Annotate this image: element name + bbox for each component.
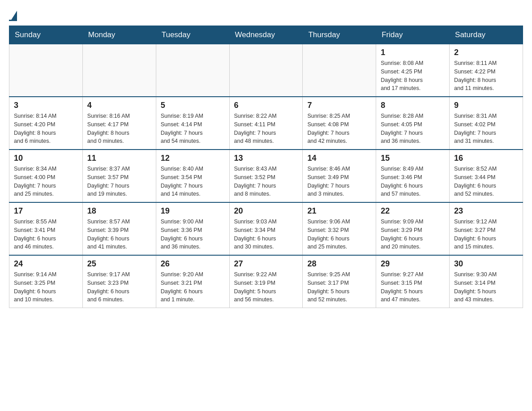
calendar-week-1: 1Sunrise: 8:08 AM Sunset: 4:25 PM Daylig…	[9, 44, 523, 97]
day-number: 17	[14, 206, 78, 216]
day-number: 1	[381, 48, 445, 57]
day-number: 10	[14, 154, 78, 163]
day-info: Sunrise: 8:40 AM Sunset: 3:54 PM Dayligh…	[161, 165, 225, 198]
calendar-cell: 4Sunrise: 8:16 AM Sunset: 4:17 PM Daylig…	[82, 97, 156, 150]
day-info: Sunrise: 8:11 AM Sunset: 4:22 PM Dayligh…	[454, 59, 518, 93]
day-info: Sunrise: 9:25 AM Sunset: 3:17 PM Dayligh…	[307, 270, 371, 304]
page-header	[9, 9, 523, 21]
day-number: 4	[87, 101, 151, 110]
calendar-cell: 5Sunrise: 8:19 AM Sunset: 4:14 PM Daylig…	[156, 97, 229, 150]
day-number: 14	[307, 154, 371, 163]
day-number: 23	[454, 206, 518, 216]
day-info: Sunrise: 8:28 AM Sunset: 4:05 PM Dayligh…	[381, 112, 445, 146]
day-info: Sunrise: 8:22 AM Sunset: 4:11 PM Dayligh…	[234, 112, 298, 146]
weekday-header-monday: Monday	[82, 26, 156, 44]
day-info: Sunrise: 8:46 AM Sunset: 3:49 PM Dayligh…	[307, 165, 371, 198]
calendar-cell	[156, 44, 229, 97]
day-number: 29	[381, 259, 445, 269]
calendar-cell: 16Sunrise: 8:52 AM Sunset: 3:44 PM Dayli…	[450, 150, 523, 202]
calendar-cell: 19Sunrise: 9:00 AM Sunset: 3:36 PM Dayli…	[156, 202, 229, 255]
calendar-cell	[229, 44, 303, 97]
calendar-cell: 17Sunrise: 8:55 AM Sunset: 3:41 PM Dayli…	[9, 202, 83, 255]
calendar-cell: 15Sunrise: 8:49 AM Sunset: 3:46 PM Dayli…	[376, 150, 450, 202]
calendar-cell: 30Sunrise: 9:30 AM Sunset: 3:14 PM Dayli…	[450, 255, 523, 308]
day-info: Sunrise: 9:17 AM Sunset: 3:23 PM Dayligh…	[87, 270, 151, 304]
day-info: Sunrise: 9:06 AM Sunset: 3:32 PM Dayligh…	[307, 218, 371, 251]
day-number: 18	[87, 206, 151, 216]
day-number: 13	[234, 154, 298, 163]
calendar-cell: 29Sunrise: 9:27 AM Sunset: 3:15 PM Dayli…	[376, 255, 450, 308]
calendar-cell: 27Sunrise: 9:22 AM Sunset: 3:19 PM Dayli…	[229, 255, 303, 308]
day-info: Sunrise: 9:20 AM Sunset: 3:21 PM Dayligh…	[161, 270, 225, 304]
day-number: 7	[307, 101, 371, 110]
day-number: 19	[161, 206, 225, 216]
day-number: 9	[454, 101, 518, 110]
day-number: 22	[381, 206, 445, 216]
day-number: 6	[234, 101, 298, 110]
logo	[9, 9, 17, 21]
calendar-cell: 11Sunrise: 8:37 AM Sunset: 3:57 PM Dayli…	[82, 150, 156, 202]
day-info: Sunrise: 8:37 AM Sunset: 3:57 PM Dayligh…	[87, 165, 151, 198]
day-info: Sunrise: 9:30 AM Sunset: 3:14 PM Dayligh…	[454, 270, 518, 304]
day-info: Sunrise: 9:22 AM Sunset: 3:19 PM Dayligh…	[234, 270, 298, 304]
calendar-cell: 20Sunrise: 9:03 AM Sunset: 3:34 PM Dayli…	[229, 202, 303, 255]
day-info: Sunrise: 8:43 AM Sunset: 3:52 PM Dayligh…	[234, 165, 298, 198]
day-number: 30	[454, 259, 518, 269]
day-number: 16	[454, 154, 518, 163]
calendar-cell: 3Sunrise: 8:14 AM Sunset: 4:20 PM Daylig…	[9, 97, 83, 150]
day-number: 12	[161, 154, 225, 163]
calendar-week-4: 17Sunrise: 8:55 AM Sunset: 3:41 PM Dayli…	[9, 202, 523, 255]
calendar-cell: 2Sunrise: 8:11 AM Sunset: 4:22 PM Daylig…	[450, 44, 523, 97]
day-info: Sunrise: 9:14 AM Sunset: 3:25 PM Dayligh…	[14, 270, 78, 304]
weekday-header-tuesday: Tuesday	[156, 26, 229, 44]
day-info: Sunrise: 8:16 AM Sunset: 4:17 PM Dayligh…	[87, 112, 151, 146]
day-info: Sunrise: 8:57 AM Sunset: 3:39 PM Dayligh…	[87, 218, 151, 251]
calendar-week-2: 3Sunrise: 8:14 AM Sunset: 4:20 PM Daylig…	[9, 97, 523, 150]
day-info: Sunrise: 8:55 AM Sunset: 3:41 PM Dayligh…	[14, 218, 78, 251]
calendar-cell: 25Sunrise: 9:17 AM Sunset: 3:23 PM Dayli…	[82, 255, 156, 308]
day-info: Sunrise: 8:19 AM Sunset: 4:14 PM Dayligh…	[161, 112, 225, 146]
calendar-cell: 18Sunrise: 8:57 AM Sunset: 3:39 PM Dayli…	[82, 202, 156, 255]
day-number: 5	[161, 101, 225, 110]
calendar-cell: 1Sunrise: 8:08 AM Sunset: 4:25 PM Daylig…	[376, 44, 450, 97]
calendar-cell: 10Sunrise: 8:34 AM Sunset: 4:00 PM Dayli…	[9, 150, 83, 202]
calendar-table: SundayMondayTuesdayWednesdayThursdayFrid…	[9, 26, 523, 308]
calendar-cell: 22Sunrise: 9:09 AM Sunset: 3:29 PM Dayli…	[376, 202, 450, 255]
day-number: 15	[381, 154, 445, 163]
day-info: Sunrise: 8:52 AM Sunset: 3:44 PM Dayligh…	[454, 165, 518, 198]
logo-underline	[9, 20, 17, 21]
calendar-cell	[303, 44, 376, 97]
calendar-cell: 28Sunrise: 9:25 AM Sunset: 3:17 PM Dayli…	[303, 255, 376, 308]
calendar-cell: 21Sunrise: 9:06 AM Sunset: 3:32 PM Dayli…	[303, 202, 376, 255]
day-info: Sunrise: 8:25 AM Sunset: 4:08 PM Dayligh…	[307, 112, 371, 146]
calendar-week-5: 24Sunrise: 9:14 AM Sunset: 3:25 PM Dayli…	[9, 255, 523, 308]
day-number: 26	[161, 259, 225, 269]
day-info: Sunrise: 8:49 AM Sunset: 3:46 PM Dayligh…	[381, 165, 445, 198]
day-info: Sunrise: 8:31 AM Sunset: 4:02 PM Dayligh…	[454, 112, 518, 146]
calendar-cell: 12Sunrise: 8:40 AM Sunset: 3:54 PM Dayli…	[156, 150, 229, 202]
calendar-cell: 7Sunrise: 8:25 AM Sunset: 4:08 PM Daylig…	[303, 97, 376, 150]
calendar-cell: 6Sunrise: 8:22 AM Sunset: 4:11 PM Daylig…	[229, 97, 303, 150]
day-info: Sunrise: 8:08 AM Sunset: 4:25 PM Dayligh…	[381, 59, 445, 93]
day-number: 21	[307, 206, 371, 216]
calendar-cell: 24Sunrise: 9:14 AM Sunset: 3:25 PM Dayli…	[9, 255, 83, 308]
day-number: 3	[14, 101, 78, 110]
day-info: Sunrise: 9:12 AM Sunset: 3:27 PM Dayligh…	[454, 218, 518, 251]
calendar-cell: 8Sunrise: 8:28 AM Sunset: 4:05 PM Daylig…	[376, 97, 450, 150]
calendar-week-3: 10Sunrise: 8:34 AM Sunset: 4:00 PM Dayli…	[9, 150, 523, 202]
day-info: Sunrise: 9:09 AM Sunset: 3:29 PM Dayligh…	[381, 218, 445, 251]
calendar-cell	[9, 44, 83, 97]
day-number: 24	[14, 259, 78, 269]
weekday-header-saturday: Saturday	[450, 26, 523, 44]
day-info: Sunrise: 9:00 AM Sunset: 3:36 PM Dayligh…	[161, 218, 225, 251]
day-info: Sunrise: 8:14 AM Sunset: 4:20 PM Dayligh…	[14, 112, 78, 146]
calendar-cell: 9Sunrise: 8:31 AM Sunset: 4:02 PM Daylig…	[450, 97, 523, 150]
calendar-cell: 13Sunrise: 8:43 AM Sunset: 3:52 PM Dayli…	[229, 150, 303, 202]
day-number: 25	[87, 259, 151, 269]
logo-triangle-icon	[11, 11, 17, 21]
weekday-header-row: SundayMondayTuesdayWednesdayThursdayFrid…	[9, 26, 523, 44]
calendar-header: SundayMondayTuesdayWednesdayThursdayFrid…	[9, 26, 523, 44]
day-info: Sunrise: 9:27 AM Sunset: 3:15 PM Dayligh…	[381, 270, 445, 304]
day-number: 11	[87, 154, 151, 163]
weekday-header-sunday: Sunday	[9, 26, 83, 44]
